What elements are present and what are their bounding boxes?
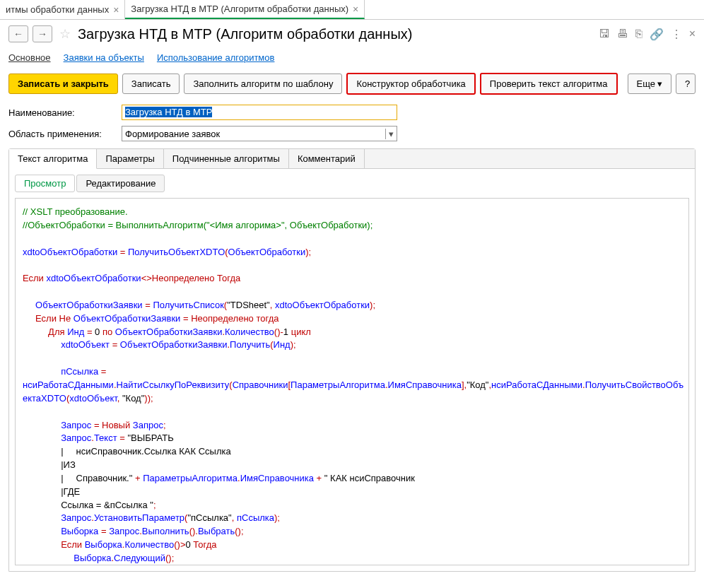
save-close-button[interactable]: Записать и закрыть	[8, 74, 118, 94]
scope-label: Область применения:	[8, 129, 115, 139]
name-label: Наименование:	[8, 107, 115, 118]
sub-navigation: Основное Заявки на объекты Использование…	[0, 48, 704, 70]
tab-load-ntd[interactable]: Загрузка НТД в МТР (Алгоритм обработки д…	[125, 0, 365, 19]
nav-back-button[interactable]: ←	[8, 25, 28, 42]
tab-sub-algos[interactable]: Подчиненные алгоритмы	[164, 149, 289, 168]
save-button[interactable]: Записать	[122, 74, 180, 94]
subtab-edit[interactable]: Редактирование	[76, 175, 165, 192]
main-tab-head: Текст алгоритма Параметры Подчиненные ал…	[9, 149, 695, 168]
scope-row: Область применения: Формирование заявок …	[0, 123, 704, 144]
tab-algo-processing[interactable]: итмы обработки данных ×	[0, 0, 125, 19]
save-icon[interactable]: 🖫	[599, 28, 610, 41]
tab-comment[interactable]: Комментарий	[289, 149, 365, 168]
page-title: Загрузка НТД в МТР (Алгоритм обработки д…	[78, 26, 594, 42]
subnav-usage[interactable]: Использование алгоритмов	[157, 52, 275, 63]
subtab-view[interactable]: Просмотр	[15, 175, 75, 192]
nav-forward-button[interactable]: →	[33, 25, 52, 42]
fill-template-button[interactable]: Заполнить алгоритм по шаблону	[184, 74, 342, 94]
tab-label: Загрузка НТД в МТР (Алгоритм обработки д…	[131, 4, 348, 14]
more-button[interactable]: Еще ▾	[628, 74, 671, 94]
header-icons: 🖫 🖶 ⎘ 🔗 ⋮ ×	[599, 28, 696, 41]
close-icon[interactable]: ×	[689, 28, 696, 41]
scope-select[interactable]: Формирование заявок ▾	[122, 126, 397, 141]
close-icon[interactable]: ×	[113, 4, 119, 16]
link-icon[interactable]: 🔗	[650, 28, 664, 41]
check-text-button[interactable]: Проверить текст алгоритма	[480, 73, 618, 95]
chevron-down-icon: ▾	[657, 78, 662, 89]
close-icon[interactable]: ×	[353, 4, 358, 15]
tab-label: итмы обработки данных	[6, 4, 109, 15]
name-row: Наименование: Загрузка НТД в МТР	[0, 102, 704, 123]
code-viewer[interactable]: // XSLT преобразование. //ОбъектОбработк…	[15, 198, 689, 565]
chevron-down-icon[interactable]: ▾	[385, 129, 394, 139]
document-tabs: итмы обработки данных × Загрузка НТД в М…	[0, 0, 704, 20]
header: ← → ☆ Загрузка НТД в МТР (Алгоритм обраб…	[0, 20, 704, 48]
subnav-main[interactable]: Основное	[8, 52, 51, 63]
subnav-requests[interactable]: Заявки на объекты	[64, 52, 144, 63]
print-icon[interactable]: 🖶	[617, 28, 628, 41]
favorite-icon[interactable]: ☆	[59, 26, 71, 42]
constructor-button[interactable]: Конструктор обработчика	[346, 73, 475, 95]
scope-value: Формирование заявок	[125, 129, 220, 139]
tab-body: Просмотр Редактирование // XSLT преобраз…	[9, 168, 695, 571]
main-tab-panel: Текст алгоритма Параметры Подчиненные ал…	[8, 148, 696, 572]
view-tab-head: Просмотр Редактирование	[15, 175, 689, 192]
tab-params[interactable]: Параметры	[97, 149, 163, 168]
toolbar: Записать и закрыть Записать Заполнить ал…	[0, 70, 704, 102]
tab-algo-text[interactable]: Текст алгоритма	[9, 149, 97, 169]
copy-icon[interactable]: ⎘	[635, 28, 643, 41]
help-button[interactable]: ?	[676, 74, 696, 94]
more-icon[interactable]: ⋮	[671, 28, 682, 41]
name-input[interactable]: Загрузка НТД в МТР	[122, 105, 397, 120]
